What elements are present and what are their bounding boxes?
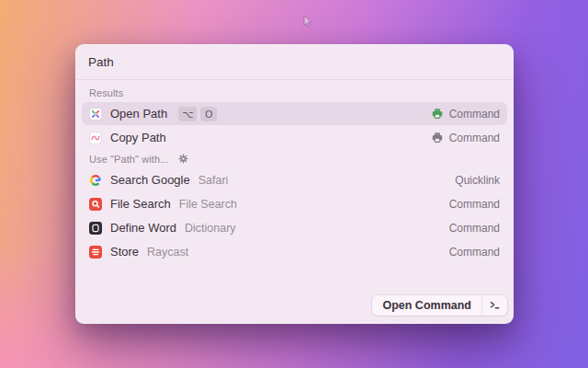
accessory-label: Command	[449, 108, 500, 121]
list-item-define-word[interactable]: Define WordDictionaryCommand	[82, 216, 507, 239]
accessory-label: Command	[449, 132, 500, 144]
row-title: Open Path	[110, 107, 167, 121]
gear-icon[interactable]	[177, 153, 189, 165]
row-accessory: Quicklink	[455, 174, 500, 187]
section-label: Results	[89, 87, 123, 98]
row-subtitle: File Search	[179, 198, 237, 211]
row-title: Search Google	[110, 173, 190, 187]
printer-gray-icon	[431, 132, 444, 144]
row-title: Copy Path	[110, 131, 166, 144]
terminal-prompt-icon	[481, 295, 507, 316]
row-subtitle: Dictionary	[185, 222, 236, 235]
list-item-search-google[interactable]: Search GoogleSafariQuicklink	[82, 168, 507, 191]
row-accessory: Command	[431, 108, 500, 121]
row-title: Define Word	[110, 221, 176, 235]
google-icon	[89, 174, 102, 187]
raycast-store-icon	[89, 246, 102, 259]
list-item-copy-path[interactable]: Copy PathCommand	[82, 126, 507, 149]
row-accessory: Command	[449, 222, 500, 235]
row-accessory: Command	[449, 246, 500, 259]
search-bar	[76, 45, 513, 80]
row-accessory: Command	[449, 198, 500, 211]
list-item-open-path[interactable]: Open Path⌥OCommand	[82, 102, 507, 125]
file-search-icon	[89, 198, 102, 211]
open-command-button[interactable]: Open Command	[372, 295, 507, 316]
list-item-store[interactable]: StoreRaycastCommand	[82, 240, 507, 263]
row-subtitle: Safari	[198, 174, 229, 187]
row-subtitle: Raycast	[147, 246, 188, 259]
key-badge: ⌥	[178, 107, 197, 121]
results-list: ResultsOpen Path⌥OCommandCopy PathComman…	[76, 80, 513, 292]
row-accessory: Command	[431, 132, 500, 144]
dictionary-icon	[89, 222, 102, 235]
open-command-label: Open Command	[372, 295, 481, 316]
printer-green-icon	[431, 108, 444, 121]
accessory-label: Command	[449, 198, 500, 211]
accessory-label: Command	[449, 246, 500, 259]
accessory-label: Command	[449, 222, 500, 235]
section-label: Use "Path" with...	[89, 154, 169, 165]
row-title: File Search	[110, 197, 171, 211]
search-input[interactable]	[88, 55, 501, 69]
row-title: Store	[110, 245, 139, 259]
key-badge: O	[200, 107, 217, 121]
path-open-icon	[89, 108, 102, 121]
footer: Open Command	[76, 292, 513, 323]
path-copy-icon	[89, 132, 102, 144]
section-header-use-path-with: Use "Path" with...	[82, 150, 507, 168]
accessory-label: Quicklink	[455, 174, 500, 187]
list-item-file-search[interactable]: File SearchFile SearchCommand	[82, 192, 507, 215]
shortcut-badges: ⌥O	[178, 107, 217, 121]
launcher-window: ResultsOpen Path⌥OCommandCopy PathComman…	[75, 44, 514, 324]
mouse-cursor	[303, 16, 314, 29]
section-header-results: Results	[82, 85, 507, 102]
